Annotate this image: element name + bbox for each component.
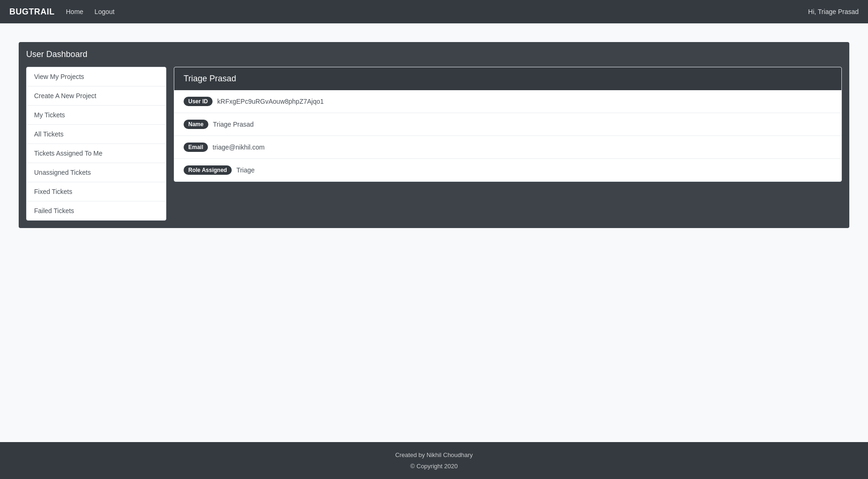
name-value: Triage Prasad [213, 121, 254, 128]
dashboard-container: User Dashboard View My Projects Create A… [19, 42, 849, 228]
sidebar-item-unassigned-tickets[interactable]: Unassigned Tickets [27, 163, 166, 182]
role-value: Triage [236, 166, 255, 174]
profile-body: User ID kRFxgEPc9uRGvAouw8phpZ7Ajqo1 Nam… [174, 90, 841, 181]
navbar-greeting: Hi, Triage Prasad [808, 8, 859, 15]
profile-header: Triage Prasad [174, 67, 841, 90]
sidebar-item-failed-tickets[interactable]: Failed Tickets [27, 201, 166, 220]
profile-panel: Triage Prasad User ID kRFxgEPc9uRGvAouw8… [174, 67, 842, 182]
footer-created-by: Created by Nikhil Choudhary [7, 450, 861, 460]
sidebar-item-all-tickets[interactable]: All Tickets [27, 125, 166, 144]
navbar-brand: BUGTRAIL [9, 7, 55, 17]
sidebar-item-create-new-project[interactable]: Create A New Project [27, 86, 166, 106]
user-id-row: User ID kRFxgEPc9uRGvAouw8phpZ7Ajqo1 [174, 90, 841, 113]
dashboard-title: User Dashboard [26, 50, 842, 59]
dashboard-body: View My Projects Create A New Project My… [26, 67, 842, 221]
sidebar-item-my-tickets[interactable]: My Tickets [27, 106, 166, 125]
sidebar-item-fixed-tickets[interactable]: Fixed Tickets [27, 182, 166, 201]
sidebar-item-view-my-projects[interactable]: View My Projects [27, 67, 166, 86]
sidebar-item-tickets-assigned-to-me[interactable]: Tickets Assigned To Me [27, 144, 166, 163]
home-link[interactable]: Home [66, 8, 83, 15]
sidebar: View My Projects Create A New Project My… [26, 67, 166, 221]
name-badge: Name [184, 120, 208, 129]
role-badge: Role Assigned [184, 165, 232, 175]
role-row: Role Assigned Triage [174, 159, 841, 181]
navbar: BUGTRAIL Home Logout Hi, Triage Prasad [0, 0, 868, 23]
user-id-value: kRFxgEPc9uRGvAouw8phpZ7Ajqo1 [217, 98, 324, 105]
footer: Created by Nikhil Choudhary © Copyright … [0, 442, 868, 479]
main-content: User Dashboard View My Projects Create A… [0, 23, 868, 442]
email-badge: Email [184, 143, 208, 152]
footer-copyright: © Copyright 2020 [7, 461, 861, 472]
email-value: triage@nikhil.com [213, 143, 264, 151]
navbar-left: BUGTRAIL Home Logout [9, 7, 114, 17]
name-row: Name Triage Prasad [174, 113, 841, 136]
email-row: Email triage@nikhil.com [174, 136, 841, 159]
user-id-badge: User ID [184, 97, 213, 106]
logout-link[interactable]: Logout [94, 8, 114, 15]
